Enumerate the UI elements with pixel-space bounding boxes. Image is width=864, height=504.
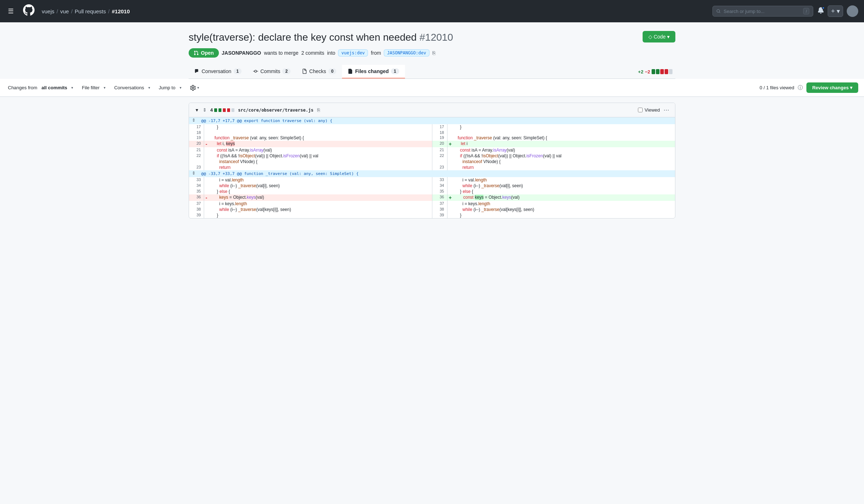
diff-filename: src/core/observer/traverse.js [238,108,314,113]
diff-row: 39 } 39 } [189,212,675,218]
tab-commits[interactable]: Commits 2 [247,65,296,78]
file-filter-button[interactable]: File filter ▾ [80,84,108,92]
pr-author: JASONPANGGO [222,50,261,56]
user-avatar[interactable] [847,5,858,17]
viewed-checkbox[interactable]: Viewed [638,107,660,113]
split-left: 21 const isA = Array.isArray(val) [189,147,432,153]
status-badge: Open [189,48,219,58]
split-right: 17 } [432,124,675,130]
tab-files-changed-label: Files changed [355,68,388,74]
split-right-added: 20 + let i [432,141,675,147]
create-new-button[interactable]: + ▾ [828,5,843,17]
copy-filename-button[interactable]: ⎘ [317,107,320,113]
tab-checks[interactable]: Checks 0 [296,65,342,78]
tab-files-changed-count: 1 [391,68,399,74]
notifications-bell[interactable] [818,7,824,15]
settings-button[interactable]: ▾ [188,84,201,92]
expand-hunk-icon[interactable]: ⇕ [189,117,198,124]
diff-row: 34 while (i--) _traverse(val[i], seen) 3… [189,183,675,189]
split-right: 35 } else { [432,189,675,194]
more-options-button[interactable]: ⋯ [663,107,669,113]
hunk-header-1: ⇕ @@ -17,7 +17,7 @@ export function trav… [189,117,675,124]
split-right: 37 i = keys.length [432,201,675,207]
tab-conversation[interactable]: Conversation 1 [189,65,247,78]
conversations-button[interactable]: Conversations ▾ [112,84,152,92]
changes-from-button[interactable]: Changes from all commits ▾ [6,84,75,92]
split-right-added-2: 36 + const keys = Object.keys(val) [432,194,675,201]
files-changed-body: ▼ ⇕ 4 src/core/observer/traverse.js ⎘ Vi… [180,103,684,219]
pr-title: style(traverse): declare the key const w… [189,31,453,44]
search-input[interactable] [724,9,800,14]
split-left: 39 } [189,212,432,218]
hunk-info-1: @@ -17,7 +17,7 @@ export function traver… [198,117,675,124]
pr-commit-count: 2 commits [301,50,324,56]
github-logo [23,4,35,18]
section-link[interactable]: Pull requests [75,8,106,14]
chevron-down-icon: ▾ [197,86,199,90]
tab-conversation-label: Conversation [202,68,231,74]
split-right: 33 i = val.length [432,177,675,183]
split-left: 19 function _traverse (val: any, seen: S… [189,135,432,141]
breadcrumb: vuejs / vue / Pull requests / #12010 [42,8,130,14]
diff-file-header: ▼ ⇕ 4 src/core/observer/traverse.js ⎘ Vi… [189,103,675,117]
tab-commits-count: 2 [282,68,291,74]
diff-row: 18 18 [189,130,675,135]
tab-commits-label: Commits [260,68,280,74]
split-left: 33 i = val.length [189,177,432,183]
expand-lines-icon[interactable]: ⇕ [203,107,207,113]
split-right: 19 function _traverse (val: any, seen: S… [432,135,675,141]
diff-row: instanceof VNode) { instanceof VNode) { [189,159,675,165]
diff-row-changed-2: 36 - keys = Object.keys(val) 36 + const … [189,194,675,201]
pr-action-text: wants to merge [264,50,298,56]
diff-row-changed: 20 - let i, keys 20 + let i [189,141,675,147]
kbd-slash: / [803,8,809,14]
code-button[interactable]: ◇ Code ▾ [643,31,675,42]
files-viewed: 0 / 1 files viewed [760,85,794,90]
split-right: 39 } [432,212,675,218]
collapse-button[interactable]: ▼ [195,108,199,113]
diff-container: ▼ ⇕ 4 src/core/observer/traverse.js ⎘ Vi… [189,103,675,219]
diff-row: 35 } else { 35 } else { [189,189,675,194]
chevron-down-icon: ▾ [180,86,181,90]
diff-remove-count: −2 [645,69,650,75]
diff-block-3 [660,69,664,74]
info-icon[interactable]: ⓘ [798,85,803,91]
jump-to-button[interactable]: Jump to ▾ [157,84,184,92]
diff-file-count: 4 [210,107,234,113]
tabs-bar: Conversation 1 Commits 2 Checks 0 Files … [189,65,675,79]
diff-split-view: ⇕ @@ -17,7 +17,7 @@ export function trav… [189,117,675,218]
hunk-header-2: ⇕ @@ -33,7 +33,7 @@ function _traverse (… [189,170,675,177]
expand-hunk-icon-2[interactable]: ⇕ [189,170,198,177]
tab-checks-count: 0 [328,68,337,74]
pr-number-title: #12010 [419,32,453,43]
pr-meta: Open JASONPANGGO wants to merge 2 commit… [189,48,675,58]
chevron-down-icon: ▾ [104,86,105,90]
search-bar[interactable]: / [712,6,813,17]
tab-checks-label: Checks [309,68,326,74]
viewed-checkbox-input[interactable] [638,108,643,112]
hunk-info-2: @@ -33,7 +33,7 @@ function _traverse (va… [198,170,675,177]
review-changes-button[interactable]: Review changes ▾ [806,82,858,93]
diff-row: 38 while (i--) _traverse(val[keys[i]], s… [189,207,675,212]
diff-row: 37 i = keys.length 37 i = keys.length [189,201,675,207]
repo-link[interactable]: vue [60,8,69,14]
split-left: 18 [189,130,432,135]
diff-stats: +2 −2 [638,69,675,75]
split-left: 38 while (i--) _traverse(val[keys[i]], s… [189,207,432,212]
tab-files-changed[interactable]: Files changed 1 [342,65,405,78]
hamburger-button[interactable]: ☰ [6,5,16,17]
org-link[interactable]: vuejs [42,8,54,14]
diff-block-4 [665,69,668,74]
target-branch[interactable]: vuejs:dev [338,49,368,57]
split-right: 18 [432,130,675,135]
copy-branch-icon[interactable]: ⎘ [432,50,435,56]
navbar: ☰ vuejs / vue / Pull requests / #12010 /… [0,0,864,22]
split-right: instanceof VNode) { [432,159,675,165]
split-left: 37 i = keys.length [189,201,432,207]
split-left: 34 while (i--) _traverse(val[i], seen) [189,183,432,189]
diff-block-2 [656,69,660,74]
diff-add-count: +2 [638,69,643,75]
diff-row: 17 } 17 } [189,124,675,130]
split-left: 23 return [189,165,432,170]
source-branch[interactable]: JASONPANGGO:dev [384,49,429,57]
